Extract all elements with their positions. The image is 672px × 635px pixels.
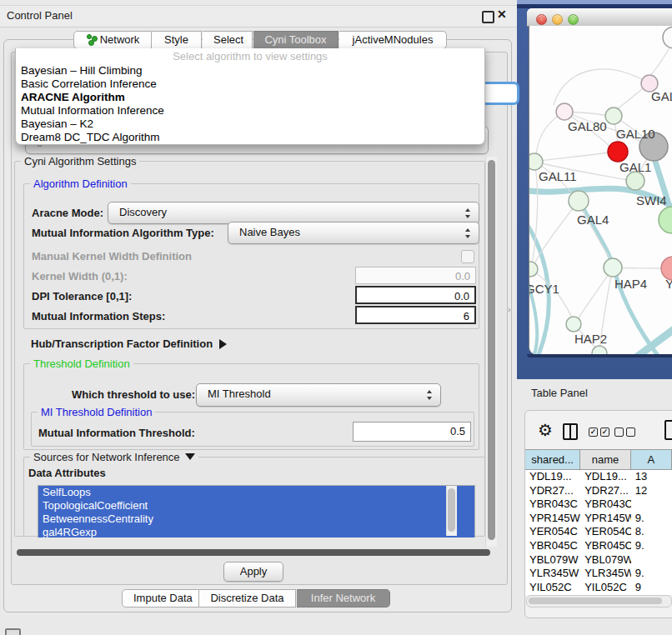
data-attributes-list[interactable]: SelfLoopsTopologicalCoefficientBetweenne… xyxy=(38,485,475,538)
table-row[interactable]: YDR27...YDR27...12 xyxy=(525,484,672,498)
table-cell: 8. xyxy=(631,525,672,539)
group-title-sources[interactable]: Sources for Network Inference xyxy=(30,451,198,463)
table-header-row[interactable]: shared...nameA xyxy=(525,449,672,470)
algorithm-option[interactable]: Bayesian – K2 xyxy=(16,118,484,131)
table-row[interactable]: YLR345WYLR345W9. xyxy=(525,567,672,581)
sources-label: Sources for Network Inference xyxy=(33,451,180,463)
algorithm-option[interactable]: Dream8 DC_TDC Algorithm xyxy=(16,131,484,144)
node-label: GAL4 xyxy=(577,212,609,227)
select-all-checkboxes-icon[interactable]: ✓ ✓ xyxy=(589,428,610,437)
tab-impute-data[interactable]: Impute Data xyxy=(122,589,199,608)
window-zoom-button[interactable] xyxy=(568,14,579,25)
network-node[interactable] xyxy=(529,153,543,170)
network-node[interactable] xyxy=(608,142,628,162)
top-tab-bar: NetworkStyleSelectCyni ToolboxjActiveMNo… xyxy=(0,31,517,49)
network-canvas[interactable]: GALGAL80GAL10GAL1GAL11SWI4GAL4GCY1HAP4YH… xyxy=(529,26,672,354)
column-header[interactable]: name xyxy=(580,450,631,469)
dpi-tolerance-field[interactable]: 0.0 xyxy=(355,286,476,304)
window-minimize-button[interactable] xyxy=(552,14,563,25)
network-edge[interactable] xyxy=(649,43,672,77)
tab-infer-network[interactable]: Infer Network xyxy=(297,589,390,608)
split-columns-icon[interactable] xyxy=(563,423,578,440)
network-node[interactable] xyxy=(569,191,589,211)
which-threshold-select[interactable]: MI Threshold xyxy=(196,383,441,407)
window-close-button[interactable] xyxy=(536,14,547,25)
tab-select[interactable]: Select xyxy=(203,31,253,49)
table-row[interactable]: YPR145WYPR145W9. xyxy=(525,512,672,526)
attr-list-scrollbar[interactable] xyxy=(446,486,457,536)
node-label: HAP2 xyxy=(574,332,607,346)
aracne-mode-select[interactable]: Discovery xyxy=(108,202,479,224)
table-horizontal-scroll-thumb[interactable] xyxy=(529,598,662,604)
algorithm-option[interactable]: ARACNE Algorithm xyxy=(16,91,484,104)
minimized-panel-icon[interactable] xyxy=(5,628,21,635)
attribute-item-selected[interactable]: BetweennessCentrality xyxy=(38,512,474,526)
network-node[interactable] xyxy=(592,346,607,354)
mi-type-select[interactable]: Naive Bayes xyxy=(228,222,479,244)
checked-box-icon: ✓ xyxy=(589,428,598,437)
network-window-titlebar[interactable] xyxy=(527,8,672,27)
control-panel-title: Control Panel xyxy=(7,9,73,22)
hub-definition-toggle[interactable]: Hub/Transcription Factor Definition xyxy=(31,338,227,350)
settings-horizontal-scroll-thumb[interactable] xyxy=(17,549,490,556)
group-threshold-definition: Threshold Definition Which threshold to … xyxy=(23,363,479,450)
group-title-algorithm-definition: Algorithm Definition xyxy=(30,178,131,190)
column-header[interactable]: shared... xyxy=(525,450,580,469)
tab-cyni-toolbox[interactable]: Cyni Toolbox xyxy=(253,31,339,49)
node-label: GAL80 xyxy=(568,119,607,133)
table-cell: YER054C xyxy=(580,525,631,539)
table-cell: YDL19... xyxy=(580,470,631,484)
float-panel-icon[interactable] xyxy=(482,11,494,23)
table-row[interactable]: YDL19...YDL19...13 xyxy=(525,470,672,484)
network-node[interactable] xyxy=(626,172,644,190)
column-header[interactable]: A xyxy=(631,450,672,469)
network-node[interactable] xyxy=(529,262,538,277)
mi-threshold-field[interactable]: 0.5 xyxy=(353,422,471,442)
tab-style[interactable]: Style xyxy=(152,31,202,49)
gear-icon[interactable]: ⚙ xyxy=(538,420,553,440)
algorithm-option[interactable]: Bayesian – Hill Climbing xyxy=(16,64,484,78)
tab-jactivemnodules[interactable]: jActiveMNodules xyxy=(339,31,447,49)
node-label: Y xyxy=(665,277,672,291)
network-edge[interactable] xyxy=(534,152,608,162)
table-row[interactable]: YBR043CYBR043C xyxy=(525,498,672,512)
network-node[interactable] xyxy=(566,317,581,332)
tab-network[interactable]: Network xyxy=(73,31,152,49)
network-node[interactable] xyxy=(604,258,622,277)
table-row[interactable]: YER054CYER054C8. xyxy=(525,525,672,539)
table-body[interactable]: YDL19...YDL19...13YDR27...YDR27...12YBR0… xyxy=(525,470,672,594)
node-table[interactable]: shared...nameA YDL19...YDL19...13YDR27..… xyxy=(525,449,672,595)
network-node[interactable] xyxy=(659,207,672,233)
group-title-cyni-settings: Cyni Algorithm Settings xyxy=(21,155,139,168)
network-node[interactable] xyxy=(605,108,622,124)
deselect-all-checkboxes-icon[interactable] xyxy=(614,428,636,437)
table-horizontal-scrollbar[interactable] xyxy=(526,595,672,608)
apply-button[interactable]: Apply xyxy=(223,562,283,582)
mi-type-value: Naive Bayes xyxy=(239,226,300,238)
table-row[interactable]: YIL052CYIL052C9 xyxy=(525,581,672,595)
settings-vertical-scroll-thumb[interactable] xyxy=(488,160,495,540)
algorithm-option[interactable]: Mutual Information Inference xyxy=(16,104,484,118)
table-cell: YDR27... xyxy=(525,484,580,498)
kernel-width-field[interactable]: 0.0 xyxy=(355,267,476,284)
table-row[interactable]: YBL079WYBL079W xyxy=(525,553,672,568)
close-panel-icon[interactable]: ✕ xyxy=(497,8,507,21)
network-node[interactable] xyxy=(663,27,672,48)
document-icon[interactable] xyxy=(664,420,672,440)
settings-vertical-scrollbar[interactable] xyxy=(485,157,497,547)
network-node[interactable] xyxy=(556,103,573,120)
manual-kernel-checkbox[interactable] xyxy=(461,250,474,263)
panel-splitter-handle[interactable]: › xyxy=(508,305,510,314)
tab-discretize-data[interactable]: Discretize Data xyxy=(199,589,296,608)
attribute-item-selected[interactable]: gal4RGexp xyxy=(38,526,474,538)
table-row[interactable]: YBR045CYBR045C9. xyxy=(525,539,672,553)
node-label: GCY1 xyxy=(529,282,559,296)
attribute-item-selected[interactable]: TopologicalCoefficient xyxy=(38,499,474,512)
attribute-item-selected[interactable]: SelfLoops xyxy=(38,486,474,499)
bottom-tab-bar: Impute DataDiscretize DataInfer Network xyxy=(0,589,517,608)
attr-list-scroll-thumb[interactable] xyxy=(448,488,455,532)
network-edge[interactable] xyxy=(554,69,649,105)
network-edge[interactable] xyxy=(532,162,538,265)
algorithm-option[interactable]: Basic Correlation Inference xyxy=(16,78,484,91)
mi-steps-field[interactable]: 6 xyxy=(355,306,476,324)
